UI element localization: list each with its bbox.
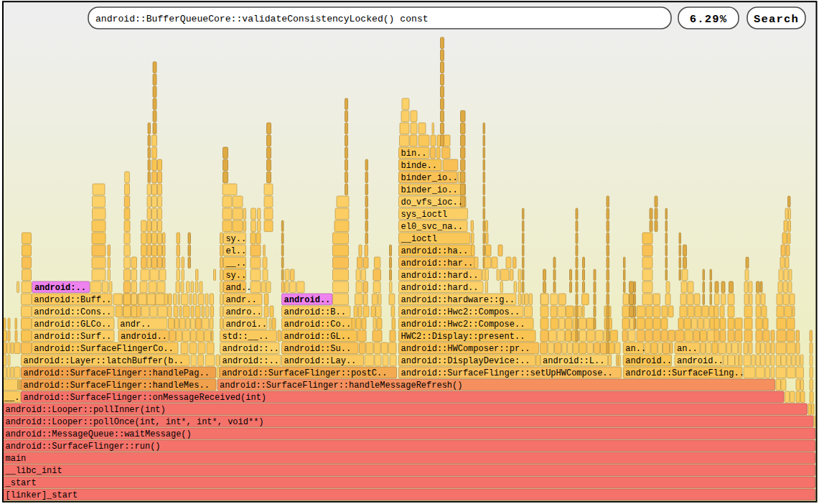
svg-text:android::..: android::.. xyxy=(223,356,279,366)
svg-text:6.29%: 6.29% xyxy=(690,13,728,26)
svg-text:andro..: andro.. xyxy=(225,307,261,317)
svg-text:android:..: android:.. xyxy=(34,283,86,293)
svg-text:android::GL..: android::GL.. xyxy=(284,332,352,342)
svg-text:Search: Search xyxy=(754,13,799,26)
svg-text:_start: _start xyxy=(5,478,37,488)
svg-text:android..: android.. xyxy=(677,356,724,366)
svg-text:el..: el.. xyxy=(225,246,246,256)
svg-text:std::__..: std::__.. xyxy=(223,332,269,342)
svg-text:android::Looper::pollOnce(int,: android::Looper::pollOnce(int, int*, int… xyxy=(6,417,264,427)
svg-text:android::hard..: android::hard.. xyxy=(401,283,479,293)
svg-text:android::SurfaceFlingerCo..: android::SurfaceFlingerCo.. xyxy=(34,344,173,354)
svg-text:android::SurfaceFlinger::onMes: android::SurfaceFlinger::onMessageReceiv… xyxy=(24,393,266,403)
svg-text:sys_ioctl: sys_ioctl xyxy=(401,210,448,220)
svg-text:android::Surf..: android::Surf.. xyxy=(34,332,111,342)
svg-text:android::ha..: android::ha.. xyxy=(401,246,469,256)
svg-text:android::Hwc2::Compos..: android::Hwc2::Compos.. xyxy=(401,307,520,317)
svg-text:android::Cons..: android::Cons.. xyxy=(34,307,111,317)
svg-text:binde..: binde.. xyxy=(401,161,437,171)
svg-text:android::DisplayDevice:..: android::DisplayDevice:.. xyxy=(401,356,530,366)
svg-text:android::BufferQueueCore::vali: android::BufferQueueCore::validateConsis… xyxy=(95,14,429,24)
svg-text:androi..: androi.. xyxy=(225,319,267,330)
svg-text:android::..: android::.. xyxy=(223,344,279,354)
svg-text:android::SurfaceFlinger::run(): android::SurfaceFlinger::run() xyxy=(6,442,161,452)
svg-text:android..: android.. xyxy=(121,332,167,342)
svg-text:[linker]_start: [linker]_start xyxy=(6,490,78,500)
svg-text:android::SurfaceFlinger::handl: android::SurfaceFlinger::handleMes.. xyxy=(24,381,210,391)
svg-text:binder_io..: binder_io.. xyxy=(401,173,458,183)
svg-text:android::SurfaceFling..: android::SurfaceFling.. xyxy=(625,368,744,378)
svg-text:an..: an.. xyxy=(677,344,698,354)
svg-text:binder_io..: binder_io.. xyxy=(401,185,458,195)
svg-text:android::MessageQueue::waitMes: android::MessageQueue::waitMessage() xyxy=(6,429,192,439)
svg-text:__libc_init: __libc_init xyxy=(5,466,62,476)
svg-text:android::Buff..: android::Buff.. xyxy=(34,295,111,305)
svg-text:andr..: andr.. xyxy=(225,295,256,305)
svg-text:android::Co..: android::Co.. xyxy=(284,319,352,330)
svg-text:__ioctl: __ioctl xyxy=(401,234,437,244)
svg-text:android::har..: android::har.. xyxy=(401,258,474,269)
svg-text:HWC2::Display::present..: HWC2::Display::present.. xyxy=(401,332,525,342)
svg-text:android::SurfaceFlinger::postC: android::SurfaceFlinger::postC.. xyxy=(222,368,387,378)
svg-text:__..: __.. xyxy=(225,258,246,269)
svg-text:main: main xyxy=(6,454,27,464)
svg-text:android::GLCo..: android::GLCo.. xyxy=(34,319,111,330)
svg-text:bin..: bin.. xyxy=(401,149,427,159)
svg-text:an..: an.. xyxy=(625,344,646,354)
svg-text:el0_svc_na..: el0_svc_na.. xyxy=(401,222,463,232)
svg-text:and..: and.. xyxy=(225,283,251,293)
svg-text:andr..: andr.. xyxy=(120,319,151,330)
svg-text:android::Layer::latchBuffer(b.: android::Layer::latchBuffer(b.. xyxy=(24,356,184,366)
svg-text:android::L..: android::L.. xyxy=(543,356,604,366)
svg-text:android::hard..: android::hard.. xyxy=(401,271,479,281)
svg-text:__.: __. xyxy=(4,393,20,403)
svg-text:android::Looper::pollInner(int: android::Looper::pollInner(int) xyxy=(6,405,166,415)
svg-text:android::SurfaceFlinger::setUp: android::SurfaceFlinger::setUpHWCompose.… xyxy=(401,368,613,378)
svg-text:android::HWComposer::pr..: android::HWComposer::pr.. xyxy=(401,344,530,354)
svg-text:android::Su..: android::Su.. xyxy=(284,344,352,354)
svg-text:android..: android.. xyxy=(284,295,331,305)
svg-text:android::SurfaceFlinger::handl: android::SurfaceFlinger::handlePag.. xyxy=(24,368,210,378)
svg-text:android::B..: android::B.. xyxy=(284,307,346,317)
svg-text:sy..: sy.. xyxy=(225,271,246,281)
svg-text:android..: android.. xyxy=(625,356,672,366)
svg-text:do_vfs_ioc..: do_vfs_ioc.. xyxy=(401,197,463,207)
svg-text:android::Hwc2::Compose..: android::Hwc2::Compose.. xyxy=(401,319,525,330)
svg-text:sy..: sy.. xyxy=(225,234,246,244)
svg-text:android::hardware::g..: android::hardware::g.. xyxy=(401,295,515,305)
svg-text:android::Lay..: android::Lay.. xyxy=(284,356,357,366)
svg-text:android::SurfaceFlinger::handl: android::SurfaceFlinger::handleMessageRe… xyxy=(220,381,462,391)
